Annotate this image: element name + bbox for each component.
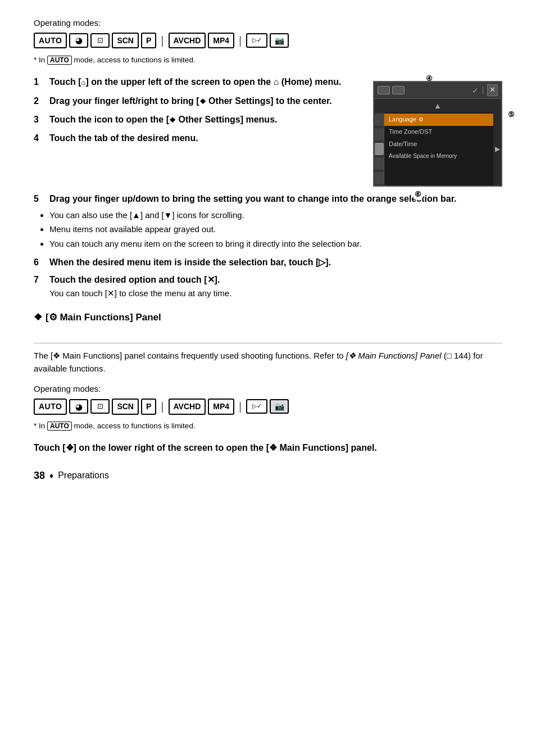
page-footer: 38 ♦ Preparations (34, 468, 502, 483)
step-text-2: Drag your finger left/right to bring [❖ … (49, 94, 362, 107)
section-heading-icon: ❖ (34, 311, 42, 325)
step-number-2: 2 (34, 94, 49, 107)
footnote-2: * In AUTO mode, access to functions is l… (34, 420, 502, 432)
menu-right-arrow: ▶ (493, 112, 501, 185)
mode-icon-play-2: ▷✓ (246, 399, 267, 414)
menu-tab-1 (375, 114, 384, 126)
bullet-2: Menu items not available appear grayed o… (49, 223, 502, 236)
step-1: 1 Touch [⌂] on the upper left of the scr… (34, 75, 362, 88)
mode-icon-timer-2: ◕ (69, 399, 88, 414)
section-heading-row: ❖ [⚙ Main Functions] Panel (34, 311, 502, 333)
mode-btn-avchd: AVCHD (169, 33, 206, 48)
step-2: 2 Drag your finger left/right to bring [… (34, 94, 362, 107)
callout-5: ⑤ (506, 109, 517, 120)
step-text-3: Touch the icon to open the [❖ Other Sett… (49, 113, 362, 126)
final-step-row: Touch [❖] on the lower right of the scre… (34, 441, 502, 454)
step-5: 5 Drag your finger up/down to bring the … (34, 192, 502, 205)
mode-btn-p-2: P (141, 399, 156, 414)
step-number-5: 5 (34, 192, 49, 205)
menu-tab-2 (375, 128, 384, 141)
mode-btn-avchd-2: AVCHD (169, 399, 206, 414)
menu-item-language: Language ⚙ (384, 114, 493, 126)
mode-icon-camera-2: 📷 (270, 399, 289, 414)
section-heading: ❖ [⚙ Main Functions] Panel (34, 311, 161, 325)
step-7: 7 Touch the desired option and touch [✕]… (34, 273, 502, 286)
step-number-1: 1 (34, 75, 49, 88)
page-number: 38 (34, 468, 45, 483)
mode-btn-scn-2: SCN (112, 399, 139, 414)
steps-left: 1 Touch [⌂] on the upper left of the scr… (34, 75, 362, 150)
bullet-3: You can touch any menu item on the scree… (49, 238, 502, 250)
auto-inline-1: AUTO (47, 56, 72, 65)
menu-screenshot: ④ ✓ ✕ ▲ (373, 81, 502, 187)
menu-item-timezone: Time Zone/DST (384, 126, 493, 138)
mode-sep-1: | (161, 33, 163, 49)
menu-item-bar-1 (426, 117, 489, 122)
menu-top-bar: ✓ ✕ (374, 82, 501, 99)
mode-btn-p: P (141, 33, 156, 48)
steps-and-image: 1 Touch [⌂] on the upper left of the scr… (34, 75, 502, 187)
footnote-1: * In AUTO mode, access to functions is l… (34, 55, 502, 66)
step-number-3: 3 (34, 113, 49, 126)
operating-modes-label-2: Operating modes: (34, 383, 502, 395)
menu-content-area: Language ⚙ Time Zone/DST Date/Time Avail… (374, 112, 501, 185)
mode-icon-grid-2: ⊡ (90, 399, 110, 414)
step-number-6: 6 (34, 256, 49, 269)
mode-bar-2: AUTO ◕ ⊡ SCN P | AVCHD MP4 | ▷✓ 📷 (34, 399, 502, 415)
menu-tab-5 (375, 172, 384, 184)
operating-modes-label-1: Operating modes: (34, 17, 502, 29)
mode-sep-4: | (239, 399, 242, 415)
menu-top-divider (483, 87, 483, 94)
menu-tabs (374, 112, 384, 185)
mode-btn-auto: AUTO (34, 33, 67, 48)
mode-icon-grid: ⊡ (90, 33, 110, 48)
menu-tab-4 (375, 157, 384, 170)
menu-item-datetime: Date/Time (384, 138, 493, 151)
menu-top-icon-1 (378, 86, 390, 94)
final-step-text: Touch [❖] on the lower right of the scre… (34, 443, 377, 452)
menu-top-check: ✓ (472, 85, 479, 96)
menu-screenshot-inner: ✓ ✕ ▲ Language ⚙ (373, 81, 502, 187)
section-divider (34, 343, 502, 343)
step-text-6: When the desired menu item is inside the… (49, 256, 502, 269)
step-number-7: 7 (34, 273, 49, 286)
bullet-list: You can also use the [▲] and [▼] icons f… (49, 209, 502, 250)
step-text-4: Touch the tab of the desired menu. (49, 132, 362, 144)
section-body: The [❖ Main Functions] panel contains fr… (34, 349, 502, 375)
mode-btn-mp4: MP4 (208, 33, 234, 48)
step-text-7: Touch the desired option and touch [✕]. (49, 273, 502, 286)
menu-item-space: Available Space in Memory (384, 151, 493, 162)
menu-top-x: ✕ (487, 84, 498, 96)
menu-tab-3-active (375, 143, 384, 155)
auto-inline-2: AUTO (47, 422, 72, 431)
mode-btn-auto-2: AUTO (34, 399, 67, 414)
step-number-4: 4 (34, 132, 49, 144)
home-icon: ⌂ (81, 78, 86, 88)
step-6: 6 When the desired menu item is inside t… (34, 256, 502, 269)
step-text-1: Touch [⌂] on the upper left of the scree… (49, 75, 362, 88)
menu-items: Language ⚙ Time Zone/DST Date/Time Avail… (384, 112, 493, 185)
step-7-subtext: You can touch [✕] to close the menu at a… (49, 287, 502, 300)
menu-up-arrow: ▲ (374, 99, 501, 112)
mode-btn-scn: SCN (112, 33, 139, 48)
step-3: 3 Touch the icon to open the [❖ Other Se… (34, 113, 362, 126)
step-text-5: Drag your finger up/down to bring the se… (49, 192, 502, 205)
bullet-1: You can also use the [▲] and [▼] icons f… (49, 209, 502, 221)
step-4: 4 Touch the tab of the desired menu. (34, 132, 362, 144)
mode-icon-camera: 📷 (270, 33, 289, 48)
diamond-icon: ♦ (49, 470, 53, 481)
mode-icon-timer: ◕ (69, 33, 88, 48)
section-heading-text: [⚙ Main Functions] Panel (46, 311, 161, 325)
mode-bar-1: AUTO ◕ ⊡ SCN P | AVCHD MP4 | ▷✓ 📷 (34, 33, 502, 49)
mode-sep-3: | (161, 399, 163, 415)
menu-top-icon-2 (392, 86, 405, 94)
page-label: Preparations (58, 469, 109, 482)
mode-icon-play: ▷✓ (246, 33, 267, 48)
mode-btn-mp4-2: MP4 (208, 399, 234, 414)
mode-sep-2: | (239, 33, 242, 49)
